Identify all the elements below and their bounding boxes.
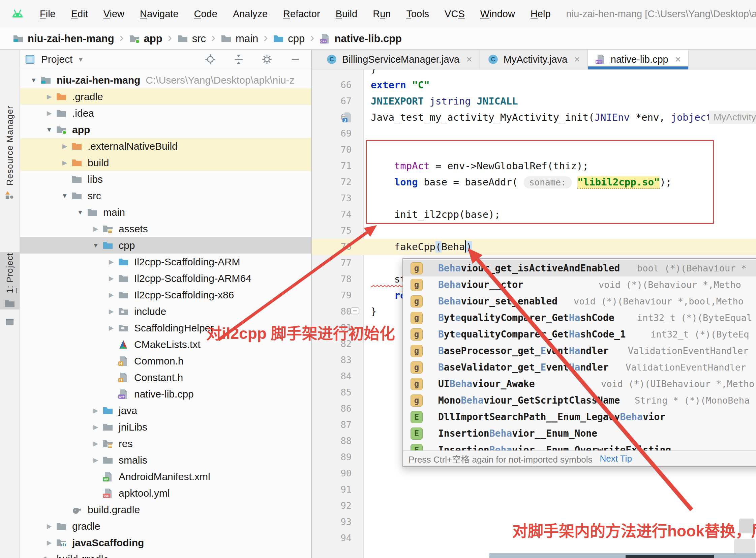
- completion-item[interactable]: gBaseProcessor_get_EventHandlerValidatio…: [403, 343, 756, 359]
- editor-tab-BillingServiceManager.java[interactable]: CBillingServiceManager.java×: [318, 50, 480, 69]
- tree-item-apktool.yml[interactable]: YMLapktool.yml: [20, 485, 311, 501]
- completion-item[interactable]: gBytequalityComparer_GetHashCodeint32_t …: [403, 309, 756, 326]
- menu-item-build[interactable]: Build: [336, 8, 358, 20]
- tree-item-include[interactable]: ▶include: [20, 303, 311, 320]
- completion-item[interactable]: gMonoBehaviour_GetScriptClassNameString …: [403, 392, 756, 409]
- tree-item-gradle[interactable]: ▶gradle: [20, 518, 311, 534]
- completion-item[interactable]: gBaseValidator_get_EventHandlerValidatio…: [403, 359, 756, 376]
- tree-collapsed-arrow-icon[interactable]: ▶: [43, 93, 56, 100]
- tree-collapsed-arrow-icon[interactable]: ▶: [58, 159, 72, 167]
- close-icon[interactable]: ×: [466, 54, 472, 65]
- tree-item-smalis[interactable]: ▶smalis: [20, 452, 311, 468]
- project-panel-title[interactable]: Project: [41, 54, 73, 65]
- breadcrumb-item-cpp[interactable]: cpp: [273, 33, 305, 45]
- tree-item-Common.h[interactable]: HCommon.h: [20, 353, 311, 369]
- tree-item-.gradle[interactable]: ▶.gradle: [20, 88, 311, 105]
- tree-collapsed-arrow-icon[interactable]: ▶: [43, 522, 56, 530]
- menu-item-window[interactable]: Window: [480, 8, 515, 20]
- hide-panel-icon[interactable]: [289, 54, 301, 65]
- completion-item[interactable]: gBehaviour_set_enabledvoid (*)(Behaviour…: [403, 293, 756, 309]
- breadcrumb-item-main[interactable]: main: [221, 33, 258, 45]
- completion-item[interactable]: EInsertionBehavior__Enum_None: [403, 425, 756, 442]
- tree-collapsed-arrow-icon[interactable]: ▶: [89, 407, 102, 414]
- collapse-all-icon[interactable]: [233, 54, 244, 65]
- tree-expanded-arrow-icon[interactable]: ▼: [74, 209, 87, 216]
- close-icon[interactable]: ×: [675, 54, 681, 65]
- breadcrumb-item-native-lib.cpp[interactable]: C++native-lib.cpp: [319, 33, 402, 45]
- tree-collapsed-arrow-icon[interactable]: ▶: [104, 291, 118, 299]
- tree-item-build.gradle[interactable]: build.gradle: [20, 551, 311, 558]
- tree-collapsed-arrow-icon[interactable]: ▶: [104, 275, 118, 282]
- tree-expanded-arrow-icon[interactable]: ▼: [43, 126, 56, 133]
- code-segment: Beha: [442, 241, 465, 253]
- tree-item-res[interactable]: ▶res: [20, 435, 311, 452]
- menu-item-tools[interactable]: Tools: [406, 8, 429, 20]
- tree-item-.idea[interactable]: ▶.idea: [20, 105, 311, 121]
- tree-item-libs[interactable]: libs: [20, 171, 311, 187]
- breadcrumb-item-app[interactable]: app: [129, 33, 162, 45]
- tree-item-Il2cpp-Scaffolding-ARM[interactable]: ▶Il2cpp-Scaffolding-ARM: [20, 254, 311, 270]
- tree-item-java[interactable]: ▶java: [20, 402, 311, 419]
- tree-collapsed-arrow-icon[interactable]: ▶: [89, 225, 102, 233]
- tree-item-AndroidManifest.xml[interactable]: MFAndroidManifest.xml: [20, 468, 311, 485]
- tree-item-src[interactable]: ▼src: [20, 187, 311, 204]
- window-icon[interactable]: [5, 317, 15, 327]
- tree-item-ScaffoldingHelper[interactable]: ▶ScaffoldingHelper: [20, 320, 311, 336]
- tree-item-label: java: [119, 405, 137, 416]
- tree-item-build[interactable]: ▶build: [20, 154, 311, 171]
- menu-item-view[interactable]: View: [103, 8, 124, 20]
- editor-tab-native-lib.cpp[interactable]: C++native-lib.cpp×: [588, 50, 688, 69]
- tree-collapsed-arrow-icon[interactable]: ▶: [89, 456, 102, 464]
- tree-collapsed-arrow-icon[interactable]: ▶: [58, 142, 72, 150]
- tree-item-cpp[interactable]: ▼cpp: [20, 237, 311, 254]
- completion-item[interactable]: gBytequalityComparer_GetHashCode_1int32_…: [403, 326, 756, 343]
- tree-item-native-lib.cpp[interactable]: C++native-lib.cpp: [20, 386, 311, 402]
- completion-item[interactable]: gUIBehaviour_Awakevoid (*)(UIBehaviour *…: [403, 376, 756, 392]
- tree-collapsed-arrow-icon[interactable]: ▶: [104, 324, 118, 332]
- tree-collapsed-arrow-icon[interactable]: ▶: [104, 307, 118, 315]
- chevron-down-icon[interactable]: ▼: [77, 56, 84, 64]
- menu-item-help[interactable]: Help: [530, 8, 551, 20]
- tree-collapsed-arrow-icon[interactable]: ▶: [104, 258, 118, 266]
- tree-item-.externalNativeBuild[interactable]: ▶.externalNativeBuild: [20, 138, 311, 154]
- menu-item-run[interactable]: Run: [373, 8, 391, 20]
- editor-tab-MyActivity.java[interactable]: CMyActivity.java×: [480, 50, 588, 69]
- tree-item-build.gradle[interactable]: build.gradle: [20, 501, 311, 518]
- breadcrumb-item-niu-zai-hen-mang[interactable]: niu-zai-hen-mang: [13, 33, 114, 45]
- menu-item-refactor[interactable]: Refactor: [283, 8, 320, 20]
- tree-collapsed-arrow-icon[interactable]: ▶: [89, 440, 102, 448]
- tree-item-niu-zai-hen-mang[interactable]: ▼niu-zai-hen-mangC:\Users\Yang\Desktop\a…: [20, 72, 311, 88]
- menu-item-analyze[interactable]: Analyze: [233, 8, 268, 20]
- stripe-tab-resource-manager[interactable]: Resource Manager: [0, 105, 20, 200]
- tree-expanded-arrow-icon[interactable]: ▼: [27, 77, 41, 84]
- tree-item-javaScaffoding[interactable]: ▶javaScaffoding: [20, 534, 311, 551]
- tree-item-main[interactable]: ▼main: [20, 204, 311, 221]
- breadcrumb-item-src[interactable]: src: [177, 33, 206, 45]
- tree-collapsed-arrow-icon[interactable]: ▶: [43, 109, 56, 117]
- completion-item[interactable]: gBehaviour_get_isActiveAndEnabledbool (*…: [403, 260, 756, 277]
- stripe-tab-project[interactable]: 1: Project: [0, 252, 20, 309]
- gear-icon[interactable]: [261, 54, 273, 65]
- tree-expanded-arrow-icon[interactable]: ▼: [58, 192, 72, 200]
- close-icon[interactable]: ×: [574, 54, 580, 65]
- tree-item-Il2cpp-Scaffolding-ARM64[interactable]: ▶Il2cpp-Scaffolding-ARM64: [20, 270, 311, 286]
- locate-file-icon[interactable]: [205, 54, 216, 65]
- tree-item-assets[interactable]: ▶assets: [20, 221, 311, 237]
- tree-collapsed-arrow-icon[interactable]: ▶: [43, 539, 56, 547]
- tree-collapsed-arrow-icon[interactable]: ▶: [89, 423, 102, 431]
- completion-item[interactable]: gBehaviour__ctorvoid (*)(Behaviour *,Met…: [403, 277, 756, 293]
- next-tip-link[interactable]: Next Tip: [600, 454, 632, 464]
- tree-item-Il2cpp-Scaffolding-x86[interactable]: ▶Il2cpp-Scaffolding-x86: [20, 286, 311, 303]
- tree-item-app[interactable]: ▼app: [20, 121, 311, 138]
- fold-minus-icon[interactable]: [350, 306, 360, 316]
- completion-item[interactable]: EDllImportSearchPath__Enum_LegacyBehavio…: [403, 409, 756, 425]
- menu-item-vcs[interactable]: VCS: [445, 8, 465, 20]
- tree-item-CMakeLists.txt[interactable]: CMakeLists.txt: [20, 336, 311, 353]
- menu-item-edit[interactable]: Edit: [71, 8, 88, 20]
- tree-item-jniLibs[interactable]: ▶jniLibs: [20, 419, 311, 435]
- menu-item-code[interactable]: Code: [194, 8, 217, 20]
- tree-item-Constant.h[interactable]: HConstant.h: [20, 369, 311, 386]
- tree-expanded-arrow-icon[interactable]: ▼: [89, 242, 102, 249]
- menu-item-file[interactable]: File: [40, 8, 56, 20]
- menu-item-navigate[interactable]: Navigate: [140, 8, 178, 20]
